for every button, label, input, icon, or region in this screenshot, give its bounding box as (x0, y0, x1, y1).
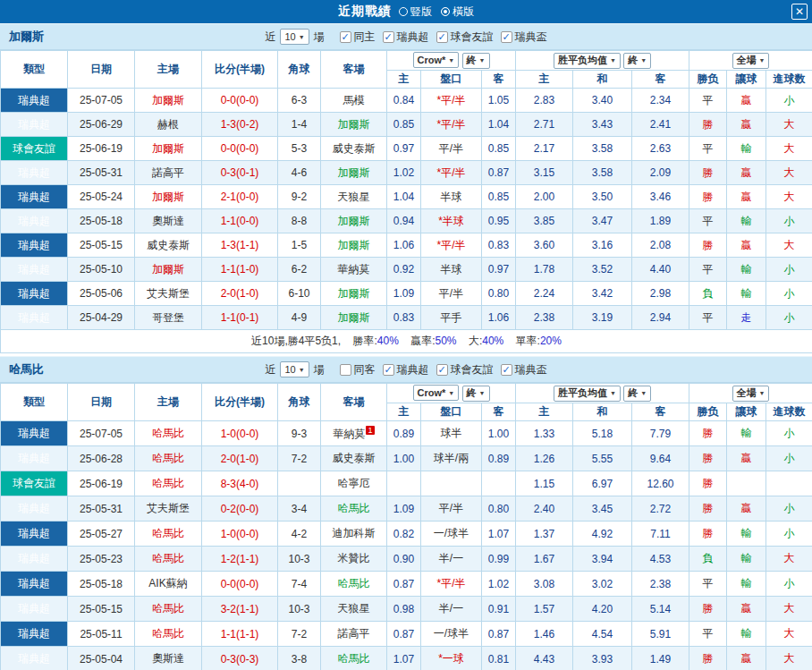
games-count-select[interactable]: 10▼ (280, 361, 309, 377)
match-row: 瑞典超25-05-18奧斯達1-1(0-0)8-8加爾斯0.94*半球0.953… (1, 209, 812, 233)
chevron-down-icon: ▼ (448, 390, 454, 396)
cell-league-type: 瑞典超 (1, 185, 68, 209)
cell-odds-home: 0.87 (387, 572, 421, 597)
cell-home-team: 艾夫斯堡 (135, 282, 202, 306)
cell-avg-away: 5.91 (632, 622, 689, 647)
checkbox-icon[interactable]: ✓ (383, 31, 394, 43)
cell-avg-home: 1.26 (516, 446, 573, 471)
cell-home-team: 哈馬比 (135, 622, 202, 647)
cell-away-team: 加爾斯 (321, 161, 387, 185)
games-count-select[interactable]: 10▼ (280, 29, 309, 45)
cell-handicap-result: 輸 (727, 137, 766, 161)
cell-result: 負 (689, 282, 727, 306)
stat-value: 40% (377, 335, 399, 347)
avg-final-select[interactable]: 終▼ (623, 53, 651, 69)
cell-goals-result: 大 (766, 137, 812, 161)
cell-goals-result: 小 (766, 421, 812, 446)
page-title: 近期戰績 (338, 4, 392, 20)
cell-odds-home: 1.06 (387, 233, 421, 258)
cell-away-team: 哈馬比 (321, 496, 387, 522)
col-type: 類型 (1, 51, 68, 89)
select-label: Crow* (418, 387, 446, 398)
checkbox-icon[interactable]: ✓ (501, 364, 512, 376)
bookmaker-select[interactable]: Crow*▼ (413, 52, 460, 68)
cell-score: 1-0(0-0) (202, 421, 278, 446)
match-row: 瑞典超25-05-04奧斯達0-3(0-3)3-8哈馬比1.07*一球0.814… (1, 647, 812, 670)
filter-checkbox[interactable]: ✓球會友誼 (436, 362, 494, 377)
cell-score: 0-3(0-1) (202, 161, 278, 185)
cell-date: 25-06-19 (68, 471, 135, 496)
cell-home-team: 哈馬比 (135, 446, 202, 471)
team-name: 加爾斯 (9, 29, 44, 45)
cell-league-type: 瑞典超 (1, 421, 68, 446)
cell-home-team: AIK蘇納 (135, 572, 202, 597)
cell-score: 2-0(1-0) (202, 282, 278, 306)
stat-label: 勝率: (352, 335, 376, 347)
layout-radio[interactable]: 豎版 (399, 4, 432, 20)
avg-type-select[interactable]: 胜平负均值▼ (554, 53, 621, 69)
titlebar: 近期戰績 豎版橫版 ✕ (0, 0, 812, 23)
cell-goals-result: 大 (766, 647, 812, 670)
cell-avg-draw: 3.45 (573, 496, 632, 522)
cell-result: 勝 (689, 233, 727, 258)
odds-final-select[interactable]: 終▼ (462, 386, 490, 402)
cell-away-team: 哈馬比 (321, 647, 387, 670)
cell-avg-home: 3.60 (516, 233, 573, 258)
stat-label: 單率: (516, 335, 540, 347)
cell-goals-result (766, 471, 812, 496)
odds-group-header: Crow*▼ 終▼ (387, 51, 516, 71)
cell-avg-draw: 3.50 (573, 185, 632, 209)
cell-home-team: 加爾斯 (135, 137, 202, 161)
filter-checkbox[interactable]: ✓瑞典盃 (501, 30, 547, 45)
avg-final-select[interactable]: 終▼ (623, 386, 651, 402)
filter-checkbox[interactable]: ✓球會友誼 (436, 30, 494, 45)
cell-home-team: 加爾斯 (135, 89, 202, 113)
cell-goals-result: 小 (766, 209, 812, 233)
cell-home-team: 赫根 (135, 113, 202, 137)
odds-final-select[interactable]: 終▼ (462, 53, 490, 69)
stat-label: 贏率: (410, 335, 435, 347)
scope-select[interactable]: 全場▼ (732, 53, 770, 69)
close-icon[interactable]: ✕ (791, 4, 808, 20)
cell-date: 25-05-04 (68, 647, 135, 670)
cell-score: 0-0(0-0) (202, 572, 278, 597)
checkbox-icon[interactable]: ✓ (340, 31, 351, 43)
checkbox-icon[interactable]: ✓ (383, 364, 394, 376)
cell-handicap-result: 贏 (727, 446, 766, 471)
filter-checkbox[interactable]: 同客 (340, 362, 376, 377)
cell-odds-away: 1.04 (482, 113, 516, 137)
checkbox-label: 瑞典盃 (515, 30, 547, 45)
match-row: 球會友誼25-06-19哈馬比8-3(4-0)哈寧厄1.156.9712.60勝 (1, 471, 812, 496)
cell-avg-away: 2.72 (632, 496, 689, 522)
cell-away-team: 哈馬比 (321, 572, 387, 597)
filter-checkbox[interactable]: ✓瑞典盃 (501, 362, 547, 377)
layout-radio[interactable]: 橫版 (441, 4, 474, 20)
avg-type-select[interactable]: 胜平负均值▼ (554, 386, 621, 402)
cell-goals-result: 大 (766, 597, 812, 622)
cell-result: 勝 (689, 185, 727, 209)
checkbox-label: 球會友誼 (451, 362, 494, 377)
cell-away-team: 華納莫1 (321, 421, 387, 446)
filter-checkbox[interactable]: ✓同主 (340, 30, 376, 45)
cell-date: 25-07-05 (68, 421, 135, 446)
checkbox-icon[interactable] (340, 364, 351, 376)
checkbox-icon[interactable]: ✓ (436, 364, 448, 376)
subcol-avg-home: 主 (516, 71, 573, 89)
checkbox-icon[interactable]: ✓ (501, 31, 512, 43)
cell-handicap: 平/半 (421, 496, 482, 522)
cell-date: 25-06-19 (68, 137, 135, 161)
cell-avg-home: 2.00 (516, 185, 573, 209)
cell-handicap-result: 輸 (727, 421, 766, 446)
cell-handicap-result: 贏 (727, 113, 766, 137)
scope-select[interactable]: 全場▼ (732, 386, 770, 402)
cell-avg-away: 3.46 (632, 185, 689, 209)
cell-avg-draw: 3.58 (573, 137, 632, 161)
team-section-1: 加爾斯 近 10▼ 場 ✓同主✓瑞典超✓球會友誼✓瑞典盃 類型 日期 主場 (0, 23, 812, 353)
checkbox-icon[interactable]: ✓ (436, 31, 448, 43)
bookmaker-select[interactable]: Crow*▼ (413, 385, 460, 401)
cell-avg-away: 4.40 (632, 258, 689, 282)
chevron-down-icon: ▼ (299, 367, 305, 373)
filter-checkbox[interactable]: ✓瑞典超 (383, 362, 429, 377)
rank-badge: 1 (366, 426, 374, 435)
filter-checkbox[interactable]: ✓瑞典超 (383, 30, 429, 45)
